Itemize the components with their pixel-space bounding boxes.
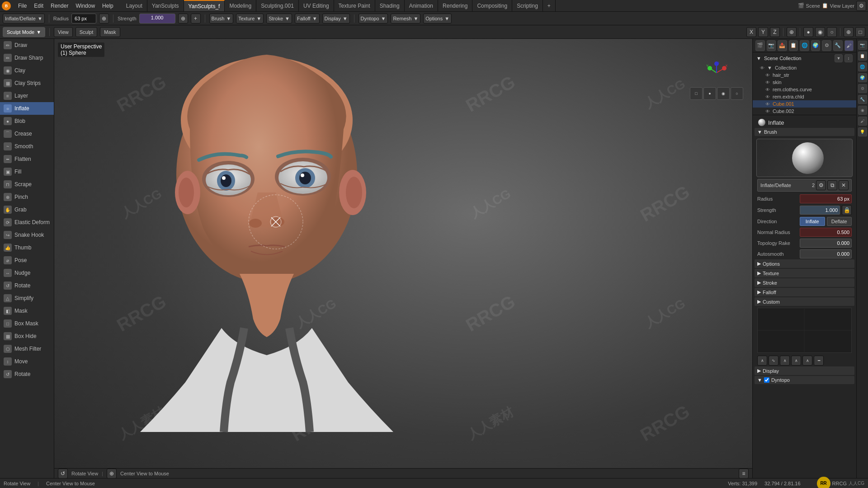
- tool-pose[interactable]: ⌀ Pose: [0, 254, 54, 267]
- tool-fill[interactable]: ▣ Fill: [0, 165, 54, 178]
- tool-draw-sharp[interactable]: ✏ Draw Sharp: [0, 52, 54, 64]
- brush-remove-btn[interactable]: ✕: [839, 180, 849, 190]
- tool-scrape[interactable]: ⊓ Scrape: [0, 178, 54, 191]
- display-section-header[interactable]: ▶ Display: [755, 366, 854, 375]
- tool-simplify[interactable]: △ Simplify: [0, 292, 54, 305]
- tool-mask[interactable]: ◧ Mask: [0, 305, 54, 317]
- inflate-dir-btn[interactable]: Inflate: [800, 217, 825, 226]
- collection-skin[interactable]: 👁 skin: [753, 79, 856, 86]
- viewport-overlay-btn[interactable]: X: [746, 27, 756, 37]
- collection-cube002[interactable]: 👁 Cube.002: [753, 108, 856, 115]
- strength-input[interactable]: 1.000: [139, 14, 175, 23]
- sort-icon-btn[interactable]: ↕: [844, 54, 853, 62]
- tool-layer[interactable]: ≡ Layer: [0, 89, 54, 102]
- scene-icon-btn[interactable]: 🎬: [755, 40, 765, 51]
- view-btn[interactable]: View: [54, 27, 73, 37]
- dyntopo-dropdown[interactable]: Dyntopo ▼: [359, 14, 388, 23]
- menu-help[interactable]: Help: [99, 2, 117, 10]
- menu-edit[interactable]: Edit: [30, 2, 47, 10]
- tool-clay[interactable]: ◉ Clay: [0, 64, 54, 77]
- tool-rotate2[interactable]: ↺ Rotate: [0, 368, 54, 380]
- mode-dropdown[interactable]: Inflate/Deflate ▼: [3, 14, 45, 23]
- solid-btn[interactable]: ●: [703, 87, 716, 100]
- mask-btn[interactable]: Mask: [100, 27, 120, 37]
- tool-pinch[interactable]: ⊕ Pinch: [0, 191, 54, 203]
- menu-window[interactable]: Window: [72, 2, 99, 10]
- collection-rem-extra[interactable]: 👁 rem.extra.chld: [753, 93, 856, 100]
- add-btn[interactable]: +: [191, 14, 201, 23]
- options-dropdown[interactable]: Options ▼: [423, 14, 452, 23]
- custom-section-header[interactable]: ▶ Custom: [755, 297, 854, 306]
- fr-btn-8[interactable]: 🖌: [858, 117, 867, 126]
- center-view-btn[interactable]: ⊕: [107, 469, 117, 479]
- shading-solid-btn[interactable]: ●: [803, 27, 813, 37]
- brush-settings-btn[interactable]: ⚙: [816, 180, 826, 190]
- tab-uv-editing[interactable]: UV Editing: [299, 0, 334, 11]
- viewport-z-btn[interactable]: Z: [770, 27, 780, 37]
- overlay-toggle[interactable]: ⊕: [844, 27, 854, 37]
- radius-input[interactable]: [71, 14, 96, 23]
- viewport-y-btn[interactable]: Y: [758, 27, 768, 37]
- curve-smooth-btn[interactable]: ∿: [769, 356, 778, 366]
- tab-modeling[interactable]: Modeling: [225, 0, 256, 11]
- tool-blob[interactable]: ● Blob: [0, 115, 54, 127]
- curve-auto-clamp-btn[interactable]: ∧: [802, 356, 812, 366]
- sculpt-btn[interactable]: Sculpt: [75, 27, 98, 37]
- brush-icon-btn[interactable]: 🖌: [844, 40, 854, 51]
- fr-btn-6[interactable]: 🔧: [858, 95, 867, 104]
- strength-toggle-btn[interactable]: ⊕: [178, 14, 188, 23]
- fr-btn-9[interactable]: 💡: [858, 127, 867, 136]
- tool-inflate[interactable]: ○ Inflate: [0, 102, 54, 115]
- tool-crease[interactable]: ⌒ Crease: [0, 127, 54, 140]
- tool-grab[interactable]: ✋ Grab: [0, 203, 54, 216]
- fr-btn-4[interactable]: 🌍: [858, 73, 867, 82]
- tool-snake-hook[interactable]: ↪ Snake Hook: [0, 229, 54, 241]
- curve-vector-btn[interactable]: ∧: [780, 356, 790, 366]
- stroke-section-header[interactable]: ▶ Stroke: [755, 278, 854, 287]
- tool-thumb[interactable]: 👍 Thumb: [0, 241, 54, 254]
- collection-cube001[interactable]: 👁 Cube.001: [753, 100, 856, 108]
- modifier-icon-btn[interactable]: 🔧: [833, 40, 843, 51]
- fr-btn-5[interactable]: ⚙: [858, 84, 867, 93]
- dyntopo-section-header[interactable]: ▼ Dyntopo: [755, 376, 854, 384]
- global-local-btn[interactable]: ⊕: [787, 27, 797, 37]
- collection-hair-str[interactable]: 👁 hair_str: [753, 71, 856, 79]
- world-icon-btn[interactable]: 🌍: [811, 40, 821, 51]
- tab-scripting[interactable]: Scripting: [512, 0, 543, 11]
- view-layer-icon-btn[interactable]: 📋: [789, 40, 798, 51]
- filter-icon-btn[interactable]: ▼: [835, 54, 843, 62]
- viewport-3d[interactable]: User Perspective (1) Sphere RRCG 人人CG RR…: [54, 39, 752, 478]
- tab-layout[interactable]: Layout: [122, 0, 147, 11]
- shading-material-btn[interactable]: ◉: [815, 27, 825, 37]
- overlay-btn[interactable]: ⚙: [856, 1, 866, 11]
- tab-add[interactable]: +: [543, 0, 556, 11]
- texture-dropdown[interactable]: Texture ▼: [236, 14, 264, 23]
- falloff-dropdown[interactable]: Falloff ▼: [295, 14, 320, 23]
- xray-toggle[interactable]: □: [855, 27, 865, 37]
- menu-file[interactable]: File: [14, 2, 30, 10]
- remesh-dropdown[interactable]: Remesh ▼: [391, 14, 420, 23]
- radius-prop-value[interactable]: 63 px: [800, 194, 852, 203]
- rotate-view-btn[interactable]: ↺: [58, 469, 68, 479]
- curve-auto-btn[interactable]: ∧: [791, 356, 801, 366]
- strength-prop-value[interactable]: 1.000: [800, 206, 840, 215]
- tool-flatten[interactable]: ━ Flatten: [0, 153, 54, 165]
- object-icon-btn[interactable]: ⚙: [822, 40, 831, 51]
- wire-btn[interactable]: □: [690, 87, 703, 100]
- brush-dropdown[interactable]: Brush ▼: [209, 14, 234, 23]
- display-dropdown[interactable]: Display ▼: [322, 14, 350, 23]
- strength-lock-btn[interactable]: 🔒: [842, 205, 852, 215]
- fr-btn-7[interactable]: ◉: [858, 106, 867, 115]
- tab-yansculpts-f[interactable]: YanSculpts_f: [184, 0, 225, 11]
- render-icon-btn[interactable]: 📷: [767, 40, 776, 51]
- texture-section-header[interactable]: ▶ Texture: [755, 269, 854, 277]
- brush-section-header[interactable]: ▼ Brush: [755, 128, 854, 136]
- shading-render-btn[interactable]: ○: [827, 27, 837, 37]
- tool-draw[interactable]: ✏ Draw: [0, 39, 54, 52]
- tool-elastic-deform[interactable]: ⟳ Elastic Deform: [0, 216, 54, 229]
- fr-btn-1[interactable]: 📷: [858, 41, 867, 50]
- tool-rotate[interactable]: ↺ Rotate: [0, 279, 54, 292]
- material-btn[interactable]: ◉: [717, 87, 730, 100]
- menu-render[interactable]: Render: [47, 2, 72, 10]
- normal-radius-value[interactable]: 0.500: [800, 228, 852, 237]
